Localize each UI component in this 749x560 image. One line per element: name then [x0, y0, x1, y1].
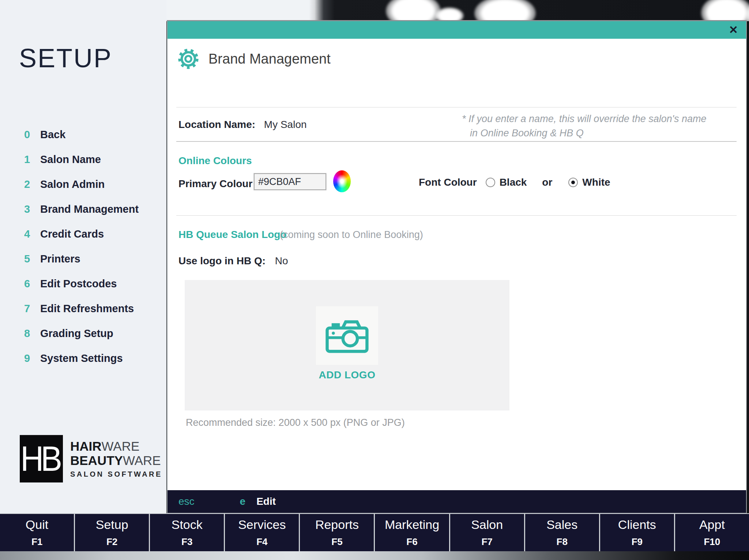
font-colour-black-label[interactable]: Black	[500, 177, 527, 188]
hairware-beautyware-logo: HB HAIRWARE BEAUTYWARE SALON SOFTWARE	[20, 437, 162, 480]
font-colour-white-radio[interactable]	[568, 178, 578, 187]
taskbar-button[interactable]: Appt F10	[675, 514, 749, 551]
taskbar-button[interactable]: Sales F8	[525, 514, 599, 551]
taskbar-button-label: Sales	[546, 518, 577, 532]
sidebar-menu-item[interactable]: 3 Brand Management	[24, 203, 139, 228]
or-label: or	[542, 177, 552, 188]
location-name-value: My Salon	[264, 119, 307, 130]
location-name-row: Location Name: My Salon	[178, 119, 307, 130]
menu-item-label: Credit Cards	[40, 228, 104, 240]
menu-item-label: Edit Postcodes	[40, 278, 117, 290]
setup-page-title: SETUP	[19, 43, 112, 73]
hbq-salon-logo-heading: HB Queue Salon Logo	[178, 229, 287, 241]
taskbar-button-key: F2	[106, 536, 117, 548]
menu-item-label: Edit Refreshments	[40, 303, 134, 315]
menu-item-label: System Settings	[40, 352, 123, 364]
dialog-titlebar: ✕	[168, 21, 746, 39]
taskbar-button-key: F8	[557, 536, 568, 548]
location-name-label: Location Name:	[178, 119, 255, 130]
towel-image	[435, 7, 464, 21]
primary-colour-hex-input[interactable]	[254, 173, 326, 190]
setup-sidebar: SETUP 0 Back 1 Salon Name 2 Salon Admin …	[0, 0, 166, 513]
divider	[176, 141, 737, 142]
taskbar-button-key: F9	[632, 536, 643, 548]
taskbar-button[interactable]: Stock F3	[150, 514, 224, 551]
brand-management-dialog: ✕ Brand Management Location Name: My Sal…	[167, 20, 747, 514]
esc-key-hint[interactable]: esc	[178, 496, 195, 507]
setup-menu: 0 Back 1 Salon Name 2 Salon Admin 3 Bran…	[24, 129, 139, 377]
taskbar-button[interactable]: Services F4	[225, 514, 299, 551]
brand-line-1: HAIRWARE	[70, 439, 162, 453]
taskbar-button[interactable]: Reports F5	[300, 514, 374, 551]
font-colour-black-radio[interactable]	[486, 178, 495, 187]
sidebar-menu-item[interactable]: 2 Salon Admin	[24, 178, 139, 203]
sidebar-menu-item[interactable]: 0 Back	[24, 129, 139, 154]
override-note-line2: in Online Booking & HB Q	[470, 126, 707, 140]
use-logo-value: No	[275, 255, 288, 266]
coming-soon-note: (coming soon to Online Booking)	[280, 229, 423, 241]
taskbar-button-key: F6	[406, 536, 417, 548]
menu-item-number: 2	[24, 178, 40, 190]
camera-icon	[325, 317, 369, 354]
taskbar-button-key: F10	[704, 536, 720, 548]
gear-icon	[178, 48, 199, 69]
sidebar-menu-item[interactable]: 5 Printers	[24, 253, 139, 278]
taskbar-button-label: Clients	[618, 518, 656, 532]
sidebar-menu-item[interactable]: 7 Edit Refreshments	[24, 303, 139, 328]
override-note-line1: * If you enter a name, this will overrid…	[462, 112, 707, 126]
override-note: * If you enter a name, this will overrid…	[462, 112, 707, 140]
menu-item-label: Brand Management	[40, 203, 139, 215]
divider	[176, 215, 737, 216]
taskbar-button-label: Salon	[471, 518, 503, 532]
menu-item-number: 3	[24, 203, 40, 215]
taskbar-button[interactable]: Quit F1	[0, 514, 74, 551]
taskbar-button[interactable]: Marketing F6	[375, 514, 449, 551]
recommended-size-note: Recommended size: 2000 x 500 px (PNG or …	[186, 417, 405, 428]
add-logo-dropzone[interactable]: ADD LOGO	[185, 280, 509, 410]
brand-tagline: SALON SOFTWARE	[70, 470, 162, 478]
taskbar-button-key: F3	[181, 536, 192, 548]
taskbar-button-label: Stock	[172, 518, 203, 532]
menu-item-number: 8	[24, 328, 40, 340]
taskbar-button-label: Reports	[315, 518, 359, 532]
taskbar-button[interactable]: Salon F7	[450, 514, 524, 551]
menu-item-number: 9	[24, 352, 40, 364]
taskbar-button[interactable]: Setup F2	[75, 514, 149, 551]
edit-action-label[interactable]: Edit	[256, 496, 276, 507]
taskbar-button[interactable]: Clients F9	[600, 514, 674, 551]
camera-icon-halo	[316, 306, 378, 365]
sidebar-menu-item[interactable]: 6 Edit Postcodes	[24, 278, 139, 303]
font-colour-label: Font Colour	[419, 177, 477, 188]
use-logo-row: Use logo in HB Q: No	[178, 255, 288, 267]
sidebar-menu-item[interactable]: 9 System Settings	[24, 352, 139, 377]
menu-item-number: 7	[24, 303, 40, 315]
brand-text: HAIRWARE BEAUTYWARE SALON SOFTWARE	[70, 439, 162, 478]
taskbar-button-key: F7	[481, 536, 492, 548]
menu-item-label: Printers	[40, 253, 80, 265]
taskbar-button-key: F1	[31, 536, 42, 548]
close-icon[interactable]: ✕	[729, 24, 738, 35]
sidebar-menu-item[interactable]: 1 Salon Name	[24, 154, 139, 178]
colour-wheel-icon[interactable]	[333, 170, 351, 192]
taskbar-button-key: F5	[331, 536, 342, 548]
divider	[176, 107, 737, 107]
taskbar-button-label: Appt	[699, 518, 725, 532]
taskbar-button-label: Services	[238, 518, 286, 532]
taskbar-button-label: Quit	[26, 518, 48, 532]
use-logo-label: Use logo in HB Q:	[178, 255, 266, 266]
dialog-title: Brand Management	[208, 51, 331, 67]
menu-item-number: 4	[24, 228, 40, 240]
menu-item-number: 1	[24, 154, 40, 166]
sidebar-menu-item[interactable]: 8 Grading Setup	[24, 328, 139, 352]
menu-item-label: Salon Admin	[40, 178, 105, 190]
bottom-photo-strip	[0, 551, 749, 560]
taskbar-button-label: Setup	[96, 518, 128, 532]
font-colour-white-label[interactable]: White	[582, 177, 610, 188]
edit-key-hint[interactable]: e	[240, 496, 246, 507]
sidebar-menu-item[interactable]: 4 Credit Cards	[24, 228, 139, 253]
menu-item-label: Grading Setup	[40, 328, 113, 340]
menu-item-number: 0	[24, 129, 40, 141]
menu-item-label: Back	[40, 129, 65, 141]
taskbar-button-label: Marketing	[385, 518, 439, 532]
online-colours-heading: Online Colours	[178, 155, 252, 167]
